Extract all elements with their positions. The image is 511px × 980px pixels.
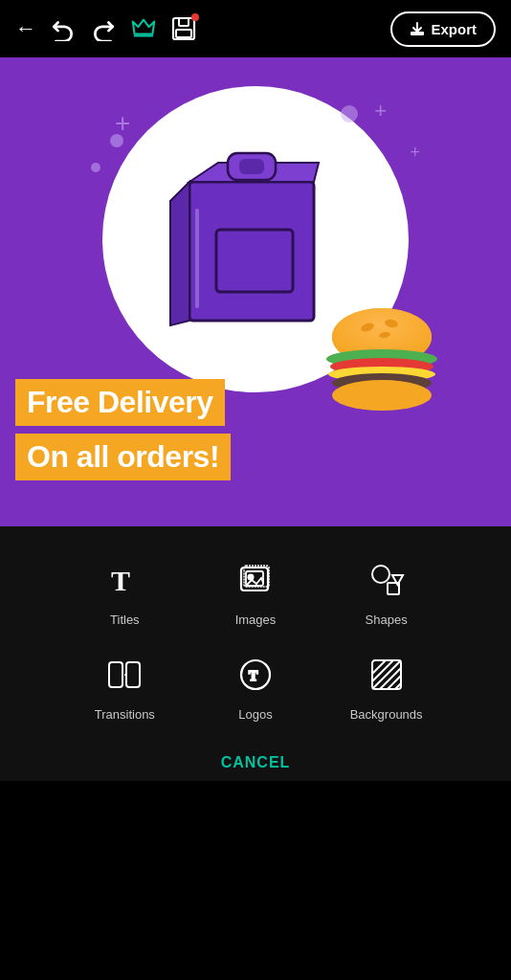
- delivery-box-illustration: [161, 124, 333, 335]
- images-label: Images: [235, 612, 277, 627]
- download-icon: [410, 21, 425, 36]
- decor-dot-3: [341, 105, 358, 122]
- svg-point-27: [372, 566, 389, 583]
- svg-marker-0: [133, 20, 155, 34]
- redo-button[interactable]: [88, 13, 119, 44]
- decor-plus-3: +: [410, 144, 420, 161]
- svg-rect-9: [239, 159, 264, 174]
- cancel-button[interactable]: CANCEL: [221, 754, 291, 771]
- svg-rect-3: [179, 18, 189, 26]
- text-line-2: On all orders!: [15, 434, 231, 480]
- svg-rect-4: [176, 30, 191, 37]
- tool-titles[interactable]: T Titles: [64, 555, 186, 627]
- backgrounds-label: Backgrounds: [350, 707, 423, 722]
- svg-rect-31: [126, 662, 140, 687]
- decor-plus-1: +: [115, 110, 130, 137]
- logos-label: Logos: [238, 707, 272, 722]
- decor-dot-2: [91, 163, 100, 172]
- export-button[interactable]: Export: [390, 11, 496, 47]
- tool-logos[interactable]: T Logos: [195, 650, 317, 722]
- canvas-area[interactable]: + + +: [0, 57, 511, 526]
- svg-marker-6: [170, 182, 189, 325]
- top-bar-left: ←: [15, 13, 199, 44]
- svg-text:T: T: [249, 669, 258, 683]
- svg-rect-5: [189, 182, 314, 321]
- delivery-line2: On all orders!: [27, 439, 219, 474]
- delivery-line1: Free Delivery: [27, 385, 213, 419]
- save-dot: [191, 13, 199, 21]
- save-button[interactable]: [168, 13, 199, 44]
- backgrounds-icon: [362, 650, 411, 700]
- top-bar: ←: [0, 0, 511, 57]
- svg-line-40: [388, 676, 401, 689]
- tool-images[interactable]: Images: [195, 555, 317, 627]
- images-icon: [231, 555, 280, 605]
- svg-point-25: [248, 575, 253, 580]
- export-label: Export: [431, 21, 477, 37]
- titles-icon: T: [100, 555, 149, 605]
- crown-icon[interactable]: [128, 13, 159, 44]
- titles-label: Titles: [110, 612, 140, 627]
- svg-text:T: T: [111, 565, 130, 596]
- transitions-label: Transitions: [95, 707, 155, 722]
- tool-shapes[interactable]: Shapes: [325, 555, 447, 627]
- svg-line-38: [372, 660, 386, 674]
- transitions-icon: [100, 650, 149, 700]
- tools-panel: T Titles Images: [0, 526, 511, 781]
- logos-icon: T: [231, 650, 280, 700]
- decor-dot-1: [110, 134, 123, 147]
- delivery-text-area: Free Delivery On all orders!: [0, 379, 511, 488]
- undo-button[interactable]: [48, 13, 78, 44]
- toolbar-icons: [48, 13, 199, 44]
- text-line-1: Free Delivery: [15, 379, 225, 426]
- tool-transitions[interactable]: Transitions: [64, 650, 186, 722]
- shapes-icon: [362, 555, 411, 605]
- shapes-label: Shapes: [366, 612, 408, 627]
- back-button[interactable]: ←: [15, 16, 36, 41]
- svg-rect-30: [109, 662, 122, 687]
- svg-line-36: [372, 660, 401, 689]
- decor-plus-2: +: [374, 100, 387, 122]
- tool-backgrounds[interactable]: Backgrounds: [325, 650, 447, 722]
- tools-grid: T Titles Images: [64, 555, 447, 722]
